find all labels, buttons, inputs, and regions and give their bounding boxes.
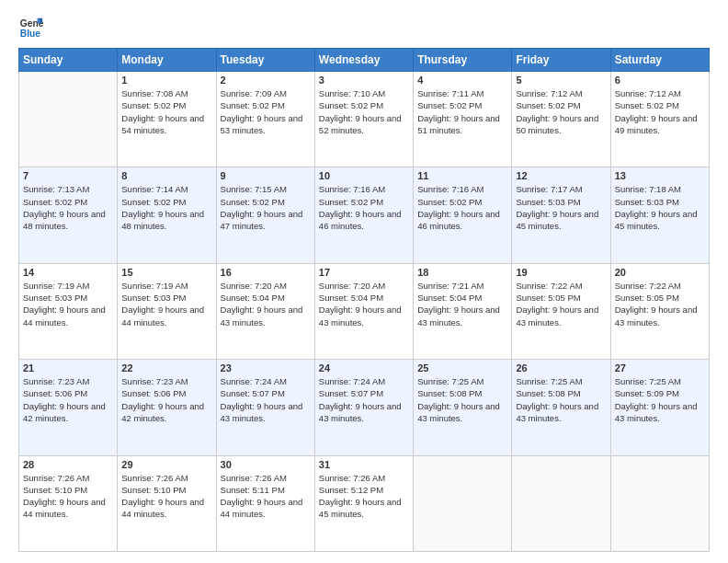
day-info: Sunrise: 7:23 AMSunset: 5:06 PMDaylight:… xyxy=(121,375,211,424)
day-number: 23 xyxy=(221,362,311,373)
day-info: Sunrise: 7:19 AMSunset: 5:03 PMDaylight:… xyxy=(121,280,211,328)
day-number: 6 xyxy=(615,75,705,86)
day-number: 31 xyxy=(319,459,409,470)
svg-text:Blue: Blue xyxy=(20,29,41,39)
day-info: Sunrise: 7:25 AMSunset: 5:08 PMDaylight:… xyxy=(516,375,606,424)
calendar-day-cell: 16Sunrise: 7:20 AMSunset: 5:04 PMDayligh… xyxy=(216,263,314,359)
calendar-day-cell: 30Sunrise: 7:26 AMSunset: 5:11 PMDayligh… xyxy=(216,455,314,551)
calendar-day-cell: 11Sunrise: 7:16 AMSunset: 5:02 PMDayligh… xyxy=(414,167,512,263)
day-number: 15 xyxy=(121,267,211,278)
day-info: Sunrise: 7:08 AMSunset: 5:02 PMDaylight:… xyxy=(121,87,211,136)
day-number: 16 xyxy=(221,267,311,278)
day-number: 3 xyxy=(319,75,409,86)
day-number: 28 xyxy=(23,459,113,470)
day-number: 29 xyxy=(121,459,211,470)
calendar-week-row: 1Sunrise: 7:08 AMSunset: 5:02 PMDaylight… xyxy=(19,72,710,167)
page: General Blue SundayMondayTuesdayWednesda… xyxy=(0,0,728,563)
calendar-day-cell: 12Sunrise: 7:17 AMSunset: 5:03 PMDayligh… xyxy=(512,167,610,263)
day-info: Sunrise: 7:23 AMSunset: 5:06 PMDaylight:… xyxy=(23,375,113,424)
calendar-day-cell: 29Sunrise: 7:26 AMSunset: 5:10 PMDayligh… xyxy=(118,455,216,551)
day-info: Sunrise: 7:11 AMSunset: 5:02 PMDaylight:… xyxy=(417,87,507,136)
logo-icon: General Blue xyxy=(18,15,44,40)
day-number: 24 xyxy=(319,362,409,373)
calendar-day-cell: 15Sunrise: 7:19 AMSunset: 5:03 PMDayligh… xyxy=(118,263,216,359)
day-info: Sunrise: 7:22 AMSunset: 5:05 PMDaylight:… xyxy=(615,280,705,328)
calendar-day-cell: 14Sunrise: 7:19 AMSunset: 5:03 PMDayligh… xyxy=(19,263,118,359)
day-info: Sunrise: 7:09 AMSunset: 5:02 PMDaylight:… xyxy=(221,87,311,136)
day-info: Sunrise: 7:26 AMSunset: 5:11 PMDaylight:… xyxy=(221,472,311,521)
calendar-week-row: 21Sunrise: 7:23 AMSunset: 5:06 PMDayligh… xyxy=(19,360,710,455)
day-info: Sunrise: 7:26 AMSunset: 5:12 PMDaylight:… xyxy=(319,472,409,521)
day-number: 12 xyxy=(516,170,606,181)
day-info: Sunrise: 7:24 AMSunset: 5:07 PMDaylight:… xyxy=(221,375,311,424)
day-info: Sunrise: 7:26 AMSunset: 5:10 PMDaylight:… xyxy=(121,472,211,521)
weekday-header: Saturday xyxy=(610,49,709,72)
calendar-day-cell: 7Sunrise: 7:13 AMSunset: 5:02 PMDaylight… xyxy=(19,167,118,263)
day-info: Sunrise: 7:21 AMSunset: 5:04 PMDaylight:… xyxy=(417,280,507,328)
weekday-header: Wednesday xyxy=(314,49,413,72)
day-number: 10 xyxy=(319,170,409,181)
day-number: 9 xyxy=(221,170,311,181)
day-number: 25 xyxy=(417,362,507,373)
calendar-day-cell xyxy=(414,455,512,551)
day-number: 17 xyxy=(319,267,409,278)
day-number: 7 xyxy=(23,170,113,181)
calendar-day-cell: 10Sunrise: 7:16 AMSunset: 5:02 PMDayligh… xyxy=(314,167,413,263)
day-info: Sunrise: 7:18 AMSunset: 5:03 PMDaylight:… xyxy=(615,183,705,232)
calendar-day-cell: 24Sunrise: 7:24 AMSunset: 5:07 PMDayligh… xyxy=(314,360,413,455)
calendar-week-row: 7Sunrise: 7:13 AMSunset: 5:02 PMDaylight… xyxy=(19,167,710,263)
calendar-week-row: 28Sunrise: 7:26 AMSunset: 5:10 PMDayligh… xyxy=(19,455,710,551)
calendar-day-cell: 6Sunrise: 7:12 AMSunset: 5:02 PMDaylight… xyxy=(610,72,709,167)
calendar-day-cell: 27Sunrise: 7:25 AMSunset: 5:09 PMDayligh… xyxy=(610,360,709,455)
calendar-day-cell: 19Sunrise: 7:22 AMSunset: 5:05 PMDayligh… xyxy=(512,263,610,359)
calendar-day-cell xyxy=(512,455,610,551)
calendar-day-cell: 5Sunrise: 7:12 AMSunset: 5:02 PMDaylight… xyxy=(512,72,610,167)
day-number: 2 xyxy=(221,75,311,86)
calendar-week-row: 14Sunrise: 7:19 AMSunset: 5:03 PMDayligh… xyxy=(19,263,710,359)
day-number: 19 xyxy=(516,267,606,278)
day-number: 11 xyxy=(417,170,507,181)
calendar-day-cell: 31Sunrise: 7:26 AMSunset: 5:12 PMDayligh… xyxy=(314,455,413,551)
calendar-table: SundayMondayTuesdayWednesdayThursdayFrid… xyxy=(18,48,710,552)
calendar-day-cell: 20Sunrise: 7:22 AMSunset: 5:05 PMDayligh… xyxy=(610,263,709,359)
weekday-header-row: SundayMondayTuesdayWednesdayThursdayFrid… xyxy=(19,49,710,72)
day-number: 26 xyxy=(516,362,606,373)
calendar-day-cell: 2Sunrise: 7:09 AMSunset: 5:02 PMDaylight… xyxy=(216,72,314,167)
calendar-day-cell: 18Sunrise: 7:21 AMSunset: 5:04 PMDayligh… xyxy=(414,263,512,359)
day-number: 8 xyxy=(121,170,211,181)
logo: General Blue xyxy=(18,15,44,40)
calendar-day-cell: 17Sunrise: 7:20 AMSunset: 5:04 PMDayligh… xyxy=(314,263,413,359)
day-info: Sunrise: 7:17 AMSunset: 5:03 PMDaylight:… xyxy=(516,183,606,232)
day-info: Sunrise: 7:26 AMSunset: 5:10 PMDaylight:… xyxy=(23,472,113,521)
day-info: Sunrise: 7:14 AMSunset: 5:02 PMDaylight:… xyxy=(121,183,211,232)
day-info: Sunrise: 7:16 AMSunset: 5:02 PMDaylight:… xyxy=(319,183,409,232)
calendar-day-cell: 28Sunrise: 7:26 AMSunset: 5:10 PMDayligh… xyxy=(19,455,118,551)
day-number: 22 xyxy=(121,362,211,373)
weekday-header: Thursday xyxy=(414,49,512,72)
calendar-day-cell: 26Sunrise: 7:25 AMSunset: 5:08 PMDayligh… xyxy=(512,360,610,455)
calendar-day-cell: 3Sunrise: 7:10 AMSunset: 5:02 PMDaylight… xyxy=(314,72,413,167)
day-info: Sunrise: 7:20 AMSunset: 5:04 PMDaylight:… xyxy=(221,280,311,328)
day-info: Sunrise: 7:19 AMSunset: 5:03 PMDaylight:… xyxy=(23,280,113,328)
calendar-day-cell: 22Sunrise: 7:23 AMSunset: 5:06 PMDayligh… xyxy=(118,360,216,455)
header: General Blue xyxy=(18,15,710,40)
day-info: Sunrise: 7:20 AMSunset: 5:04 PMDaylight:… xyxy=(319,280,409,328)
day-info: Sunrise: 7:25 AMSunset: 5:09 PMDaylight:… xyxy=(615,375,705,424)
day-info: Sunrise: 7:16 AMSunset: 5:02 PMDaylight:… xyxy=(417,183,507,232)
calendar-day-cell: 13Sunrise: 7:18 AMSunset: 5:03 PMDayligh… xyxy=(610,167,709,263)
day-number: 20 xyxy=(615,267,705,278)
day-number: 30 xyxy=(221,459,311,470)
day-info: Sunrise: 7:25 AMSunset: 5:08 PMDaylight:… xyxy=(417,375,507,424)
day-number: 5 xyxy=(516,75,606,86)
calendar-day-cell xyxy=(19,72,118,167)
weekday-header: Tuesday xyxy=(216,49,314,72)
calendar-day-cell: 8Sunrise: 7:14 AMSunset: 5:02 PMDaylight… xyxy=(118,167,216,263)
day-info: Sunrise: 7:13 AMSunset: 5:02 PMDaylight:… xyxy=(23,183,113,232)
day-number: 13 xyxy=(615,170,705,181)
weekday-header: Sunday xyxy=(19,49,118,72)
calendar-day-cell: 1Sunrise: 7:08 AMSunset: 5:02 PMDaylight… xyxy=(118,72,216,167)
day-number: 21 xyxy=(23,362,113,373)
day-info: Sunrise: 7:12 AMSunset: 5:02 PMDaylight:… xyxy=(615,87,705,136)
calendar-day-cell: 21Sunrise: 7:23 AMSunset: 5:06 PMDayligh… xyxy=(19,360,118,455)
day-number: 1 xyxy=(121,75,211,86)
